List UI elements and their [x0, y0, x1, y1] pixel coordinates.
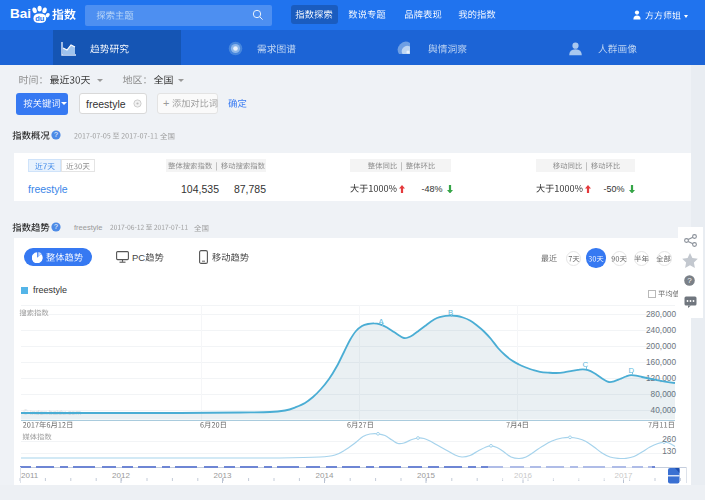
svg-text:?: ? — [687, 276, 692, 285]
